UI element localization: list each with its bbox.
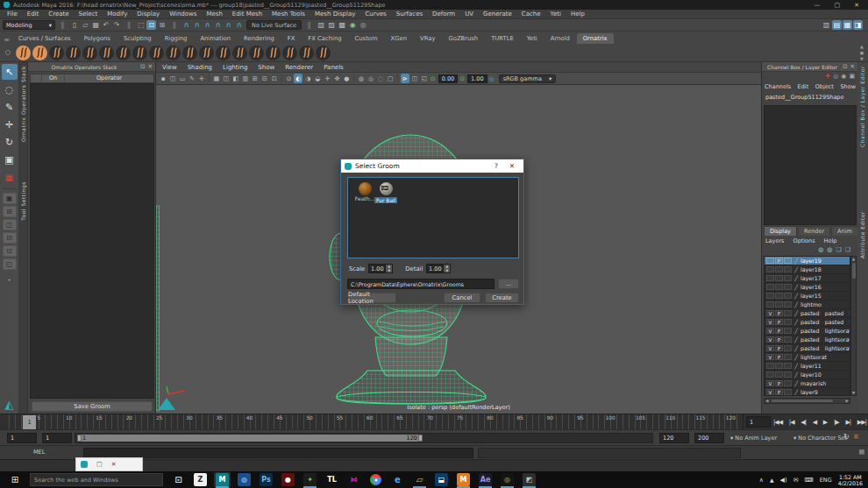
launch-render-icon[interactable]: ◉ [348,20,358,30]
viewport-menu-view[interactable]: View [162,64,177,71]
layer-row-layer10[interactable]: ╱layer10 [765,371,850,379]
viewport-tool-icon-8[interactable]: ◧ [231,74,240,83]
shelf-tab-fx-caching[interactable]: FX Caching [302,33,347,44]
viewport-tool-icon-20[interactable]: ● [342,74,351,83]
move-tool[interactable]: ✛ [2,117,18,132]
layer-color-swatch[interactable] [784,310,792,316]
playback-toggle[interactable]: P [775,336,783,343]
visibility-toggle[interactable]: V [766,389,774,395]
operator-stack-list[interactable] [30,83,154,399]
layer-row-pasted__lightsorat2[interactable]: VP╱pasted__lightsorat2 [765,327,850,336]
range-end-handle[interactable] [418,435,423,442]
selected-object-name[interactable]: pasted__Group51129Shape [765,94,844,101]
shelf-tab-polygons[interactable]: Polygons [78,33,117,44]
layer-color-swatch[interactable] [784,328,792,334]
timeline-ticks[interactable]: 5101520253035404550556065707580859095100… [9,414,743,430]
new-scene-icon[interactable]: ▯ [70,20,80,30]
paint-effects-icon[interactable]: ◎ [359,20,368,30]
layer-color-swatch[interactable] [784,336,792,343]
visibility-toggle[interactable] [766,284,774,290]
empty-layer-icon[interactable]: ❏ [836,246,841,253]
visibility-toggle[interactable]: V [766,380,774,386]
taskbar-app-app-green[interactable]: ✦ [302,472,318,487]
taskbar-app-app-tl[interactable]: TL [324,472,340,487]
select-component-icon[interactable]: ⊞ [157,20,167,30]
hair-lock-icon[interactable] [166,46,181,60]
menu-edit-mesh[interactable]: Edit Mesh [232,11,262,18]
taskbar-app-app-blue[interactable]: ◍ [236,472,253,487]
step-back-key-button[interactable]: ◀| [800,419,806,426]
visibility-toggle[interactable] [766,371,774,378]
playback-toggle[interactable]: P [775,354,783,360]
viewport-tool-icon-11[interactable]: ⊟ [260,74,269,83]
layer-color-swatch[interactable] [784,319,792,325]
shelf-tab-ornatrix[interactable]: Ornatrix [577,33,614,44]
layer-name[interactable]: layer15 [800,293,822,299]
viewport-tool-icon-29[interactable]: ◱ [420,74,429,83]
taskbar-app-maya[interactable]: M [214,472,231,487]
layer-row-layer15[interactable]: ╱layer15 [765,292,850,301]
current-frame-marker[interactable]: 1 [23,415,36,429]
lasso-tool[interactable]: ◌ [2,81,18,97]
move-layer-down-icon[interactable]: ◍ [827,246,832,253]
layer-name[interactable]: pasted__pasted__lig [800,319,850,325]
vertical-tab-channel-box-layer-editor[interactable]: Channel Box / Layer Editor [859,66,865,147]
visibility-toggle[interactable] [766,266,774,272]
playback-toggle[interactable]: P [775,345,783,351]
menu-curves[interactable]: Curves [365,11,386,18]
comb-icon[interactable] [232,46,247,60]
groom-item-feath-[interactable]: Feath... [353,182,376,202]
grip-icon[interactable]: ▥ [822,20,831,30]
play-forward-button[interactable]: ▶ [823,419,827,426]
visibility-toggle[interactable]: V [766,354,774,360]
add-fur-icon[interactable] [32,46,47,60]
shelf-tab-xgen[interactable]: XGen [385,33,413,44]
open-scene-icon[interactable]: ▱ [81,20,90,30]
thumb-maximize-button[interactable]: □ [96,461,103,468]
taskbar-app-chrome[interactable] [367,472,384,487]
move-layer-up-icon[interactable]: ◍ [818,246,823,253]
close-icon[interactable]: ✕ [148,63,153,70]
range-start-handle[interactable] [77,435,82,442]
select-object-icon[interactable]: ⊡ [146,20,156,30]
exposure-field[interactable]: 0.00 [438,74,458,83]
layer-horizontal-scrollbar[interactable]: ◀▶ [764,398,850,404]
script-editor-icon[interactable]: ▤ [858,449,864,456]
taskbar-app-app-red[interactable]: ● [280,472,296,487]
snap-surface-icon[interactable]: ∩ [224,20,233,30]
hair-wave-icon[interactable] [199,46,214,60]
layer-row-pasted__lightsorat1[interactable]: VP╱pasted__lightsorat1 [765,336,850,344]
save-groom-button[interactable]: Save Groom [32,401,153,412]
anim-layer-dropdown[interactable]: ▾ No Anim Layer [730,435,777,442]
layer-color-swatch[interactable] [784,301,792,308]
dialog-help-button[interactable]: ? [488,162,504,170]
viewport-tool-icon-14[interactable]: ⊙ [284,74,293,83]
layer-color-swatch[interactable] [784,266,792,272]
layer-row-pasted__pasted__lig[interactable]: VP╱pasted__pasted__lig [765,309,850,318]
pin-icon[interactable]: ⊡ [140,63,145,70]
visibility-toggle[interactable]: V [766,336,774,343]
viewport-tool-icon-15[interactable]: ◐ [294,74,302,83]
layer-tab-anim[interactable]: Anim [831,226,858,236]
scale-spinner[interactable]: 1.00 ▲▼ [368,264,393,273]
vertical-tab-attribute-editor[interactable]: Attribute Editor [859,211,865,258]
layer-menu-options[interactable]: Options [793,237,815,244]
shelf-tab-rigging[interactable]: Rigging [159,33,194,44]
layer-row-mayarish[interactable]: VP╱mayarish [765,379,850,388]
hair-s-icon[interactable] [149,46,164,60]
scale-tool[interactable]: ▣ [2,152,18,167]
playback-toggle[interactable] [775,293,783,299]
anim-end-field[interactable]: 200 [694,433,724,443]
playback-toggle[interactable] [775,266,783,272]
viewport-tool-icon-1[interactable]: ◫ [168,74,177,83]
language-label[interactable]: ENG [820,477,832,484]
snap-point-icon[interactable]: ∩ [203,20,212,30]
step-forward-frame-button[interactable]: ▶| [845,419,850,426]
current-frame-field[interactable]: 1 [746,416,771,428]
layer-name[interactable]: lightmo [800,301,822,308]
layer-row-lightsorat[interactable]: VP╱lightsorat [765,353,850,362]
create-button[interactable]: Create [485,293,519,303]
taskbar-app-after-effects[interactable]: Ae [477,472,494,487]
layer-row-layer19[interactable]: P╱layer19 [765,257,850,265]
menu-display[interactable]: Display [137,11,160,18]
